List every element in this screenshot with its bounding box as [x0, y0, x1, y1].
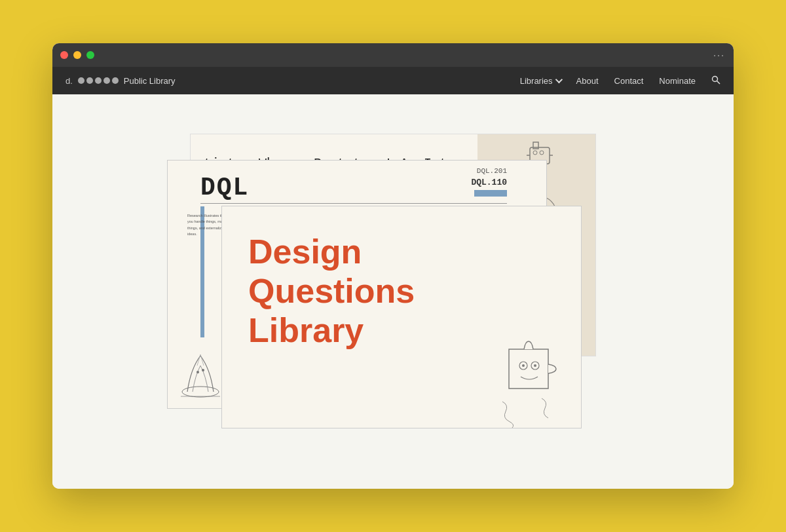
card-front-title: Design Questions Library: [248, 233, 415, 350]
svg-line-1: [717, 81, 720, 84]
card-front-title-line3: Library: [248, 311, 415, 351]
browser-navbar: d. Public Library Libraries About Contac…: [52, 67, 734, 94]
maximize-button[interactable]: [86, 51, 94, 59]
card-mid-dql-label: DQL.201: [477, 167, 507, 175]
card-mid-dql-big: DQL: [200, 174, 249, 202]
nav-about-label: About: [576, 76, 599, 86]
nav-libraries-label: Libraries: [520, 76, 553, 86]
nav-contact-label: Contact: [614, 76, 644, 86]
logo-dot-1: [78, 77, 84, 84]
nav-nominate-label: Nominate: [659, 76, 696, 86]
svg-point-5: [540, 151, 544, 155]
minimize-button[interactable]: [73, 51, 81, 59]
card-mid-blue-accent: [474, 190, 507, 197]
chevron-down-icon: [555, 76, 562, 83]
card-front-title-line1: Design: [248, 233, 415, 272]
nav-about[interactable]: About: [576, 76, 599, 86]
logo-dot-5: [112, 77, 119, 84]
close-button[interactable]: [60, 51, 68, 59]
titlebar-more-icon[interactable]: ⋯: [713, 48, 726, 62]
card-front-illustration: [476, 297, 581, 428]
card-front-title-line2: Questions: [248, 272, 415, 311]
svg-point-20: [202, 369, 204, 371]
card-front: Design Questions Library: [221, 206, 582, 428]
browser-titlebar: ⋯: [52, 43, 734, 67]
svg-point-23: [522, 364, 525, 367]
svg-point-25: [534, 364, 536, 367]
nav-libraries[interactable]: Libraries: [520, 76, 561, 86]
logo-dot-2: [86, 77, 93, 84]
svg-point-4: [533, 151, 537, 155]
card-mid-dql-number: DQL.110: [471, 178, 507, 187]
card-mid-illustration-svg: [174, 336, 227, 402]
card-mid-illustration: [174, 336, 227, 402]
card-front-illustration-svg: [476, 297, 581, 428]
site-logo: d. Public Library: [66, 76, 176, 86]
browser-content: tists. Why we Prototype! An Internationa…: [52, 94, 734, 489]
nav-contact[interactable]: Contact: [614, 76, 644, 86]
traffic-lights: [60, 51, 94, 59]
logo-dot-3: [95, 77, 102, 84]
main-nav: Libraries About Contact Nominate: [520, 75, 720, 86]
search-icon[interactable]: [711, 75, 720, 86]
browser-window: ⋯ d. Public Library Libraries About: [52, 43, 734, 489]
logo-library-name: Public Library: [124, 76, 176, 86]
svg-point-0: [713, 76, 718, 81]
nav-nominate[interactable]: Nominate: [659, 76, 696, 86]
svg-point-19: [196, 371, 199, 373]
logo-d: d.: [66, 76, 73, 86]
card-mid-divider: [200, 203, 507, 204]
logo-dot-4: [103, 77, 110, 84]
logo-dots: [78, 77, 119, 84]
